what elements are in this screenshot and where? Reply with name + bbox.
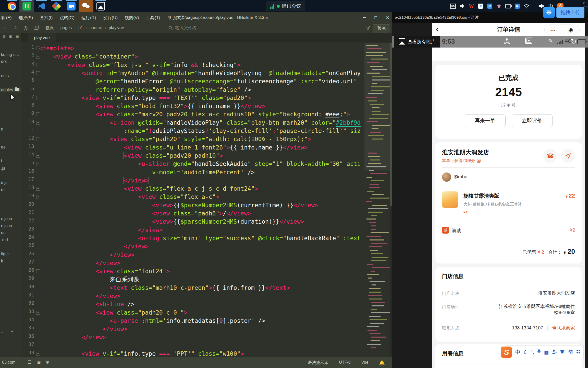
- battery-icon[interactable]: [505, 3, 511, 9]
- code-line: v-model='audioTimePercent' />: [39, 168, 255, 176]
- menu-item-0[interactable]: 辑(E): [2, 15, 12, 21]
- editor-scrollbar[interactable]: [390, 43, 392, 359]
- scrollbar-thumb[interactable]: [390, 43, 392, 206]
- explorer-item[interactable]: erx: [1, 59, 7, 64]
- explorer-item[interactable]: ge: [1, 145, 6, 150]
- menu-item-2[interactable]: 查找(I): [40, 15, 53, 21]
- code-line: <view class="padh20 c-0 ">: [39, 308, 188, 317]
- taskbar-hbuilderx[interactable]: H: [19, 0, 34, 12]
- minimap-line: [369, 222, 376, 223]
- meeting-tray-icon[interactable]: M: [487, 4, 492, 9]
- breadcrumb-氢课[interactable]: 氢课: [45, 25, 54, 31]
- hbuilder-titlebar: 辑(E)选择(S)查找(I)跳转(G)运行(R)发行(U)视图(V)工具(T)帮…: [0, 12, 392, 23]
- rotate-icon[interactable]: ↻: [571, 38, 577, 46]
- menu-item-1[interactable]: 选择(S): [19, 15, 33, 21]
- status-UTF-8[interactable]: UTF-8: [339, 360, 350, 366]
- project-explorer: ⊕ ▣ ☰ keting-u...erxentsodulesggei.jsd.j…: [0, 33, 22, 359]
- photos-gallery-icon: [399, 38, 405, 45]
- drag-upload-label: 拖拽上传: [556, 7, 584, 18]
- code-editor[interactable]: 1−<template>2− <view class="container">3…: [21, 43, 364, 359]
- minimap[interactable]: [364, 43, 390, 359]
- explorer-item[interactable]: odules: [0, 88, 22, 92]
- explorer-item[interactable]: .md: [1, 238, 8, 242]
- menu-item-4[interactable]: 运行(R): [81, 15, 96, 21]
- share-icon[interactable]: [504, 38, 510, 46]
- file-search-input[interactable]: 输入文件名: [168, 25, 197, 31]
- run-icon[interactable]: ◎: [23, 25, 28, 31]
- minimize-button[interactable]: ─: [363, 15, 366, 20]
- minimap-line: [368, 156, 380, 157]
- forward-icon[interactable]: ›: [4, 25, 6, 30]
- explorer-item[interactable]: e.json: [1, 216, 12, 221]
- minimap-line: [372, 267, 390, 268]
- dolby-icon[interactable]: DD: [450, 4, 456, 9]
- line-number: 16: [21, 168, 34, 174]
- breadcrumb-separator: ›: [105, 25, 106, 31]
- menu-item-6[interactable]: 视图(V): [125, 15, 139, 21]
- minimap-line: [368, 278, 372, 279]
- taskbar-app4[interactable]: [49, 0, 64, 12]
- edit-pencil-icon[interactable]: ✎: [548, 38, 553, 44]
- explorer-item[interactable]: keting-u...: [1, 52, 19, 57]
- taskbar-photos[interactable]: [93, 0, 108, 12]
- wifi-icon[interactable]: [524, 3, 529, 9]
- star-icon[interactable]: ☆: [13, 25, 18, 31]
- taskbar-wechat[interactable]: [79, 0, 93, 12]
- outline-icon[interactable]: ☰: [28, 360, 31, 365]
- menu-item-7[interactable]: 工具(T): [146, 15, 160, 21]
- breadcrumb-course[interactable]: course: [90, 25, 102, 31]
- running-indicator: [21, 0, 32, 1]
- breadcrumb-p1[interactable]: p1: [78, 25, 83, 31]
- tab-play-vue[interactable]: play.vue: [28, 33, 56, 42]
- explorer-more[interactable]: «: [11, 329, 14, 334]
- explorer-item[interactable]: fig.js: [1, 252, 9, 256]
- explorer-item[interactable]: on: [1, 231, 6, 235]
- explorer-item[interactable]: ....: [1, 329, 6, 334]
- explorer-item[interactable]: g: [1, 127, 3, 131]
- taskbar-vscode[interactable]: [34, 0, 49, 12]
- wps-icon[interactable]: W: [469, 3, 474, 9]
- explorer-item[interactable]: ents: [1, 74, 9, 78]
- minimap-line: [370, 281, 385, 282]
- flower-icon[interactable]: ❀: [496, 3, 502, 9]
- explorer-item[interactable]: e.json: [1, 224, 12, 228]
- maximize-button[interactable]: □: [374, 15, 377, 20]
- menu-item-5[interactable]: 发行(U): [103, 15, 118, 21]
- globe-icon[interactable]: ⊕: [46, 360, 49, 365]
- breadcrumb-play.vue[interactable]: play.vue: [109, 25, 124, 31]
- explorer-add-icon[interactable]: ⊕: [3, 34, 6, 39]
- meeting-status-pill[interactable]: 腾讯会议: [266, 1, 305, 11]
- notification-bell-icon[interactable]: 🔔: [379, 360, 385, 366]
- taskbar-meeting[interactable]: [64, 0, 79, 12]
- tim-icon[interactable]: ✱: [515, 4, 520, 9]
- phone-icon: ☎: [546, 152, 554, 159]
- preview-button[interactable]: 预览: [373, 24, 390, 32]
- view-all-photos-button[interactable]: 查看所有照片: [394, 36, 440, 48]
- explorer-panel-icon[interactable]: ▣: [9, 34, 13, 39]
- store-name-value: 淮安淮阴大润发店: [538, 290, 575, 296]
- filter-icon[interactable]: [365, 26, 370, 31]
- reorder-button: 再来一单: [465, 114, 506, 127]
- explorer-item[interactable]: i: [1, 159, 2, 163]
- status-语法提示库[interactable]: 语法提示库: [308, 360, 328, 366]
- close-button[interactable]: ✕: [386, 15, 389, 20]
- explorer-item[interactable]: .js: [1, 166, 5, 171]
- device-icon[interactable]: U: [34, 25, 39, 30]
- explorer-item[interactable]: d.js: [1, 180, 7, 185]
- weiyun-icon[interactable]: ❋: [478, 4, 483, 9]
- slideshow-icon[interactable]: [525, 38, 532, 45]
- breadcrumb-pages[interactable]: pages: [60, 25, 72, 31]
- drag-upload-tooltip[interactable]: ❋ 拖拽上传: [543, 7, 584, 18]
- contact-label: 联系方式: [442, 325, 459, 331]
- status-Vue[interactable]: Vue: [361, 360, 369, 366]
- explorer-item[interactable]: k: [1, 259, 3, 263]
- minimap-line: [370, 319, 387, 320]
- console-icon[interactable]: ▣: [36, 360, 41, 365]
- announcer-icon[interactable]: [459, 3, 465, 9]
- menu-item-3[interactable]: 跳转(G): [59, 15, 75, 21]
- explorer-menu-icon[interactable]: ☰: [16, 34, 19, 39]
- taskbar-chrome[interactable]: [5, 0, 19, 12]
- explorer-item[interactable]: re: [1, 188, 5, 192]
- account-label[interactable]: 63.com: [2, 360, 15, 365]
- line-number: 35: [21, 325, 34, 330]
